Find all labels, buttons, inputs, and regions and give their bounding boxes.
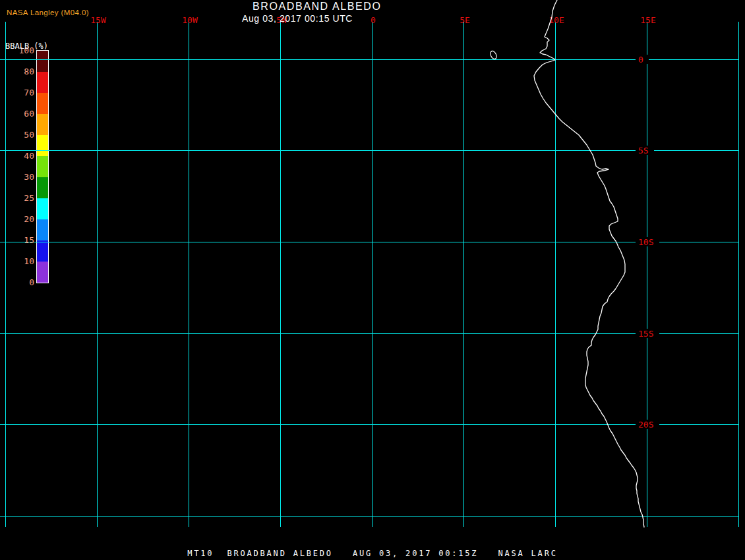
colorbar-tick-label: 20 xyxy=(24,214,34,224)
colorbar-tick-label: 30 xyxy=(24,172,34,182)
colorbar-segment xyxy=(37,72,48,93)
map-canvas: 15W10W5W05E10E15E05S10S15S20S10080706050… xyxy=(0,0,745,560)
colorbar-segment xyxy=(37,156,48,177)
longitude-label: 5E xyxy=(460,15,470,25)
latitude-label: 0 xyxy=(638,55,643,65)
colorbar-segment xyxy=(37,219,48,240)
latitude-label: 20S xyxy=(638,420,653,430)
longitude-label: 10W xyxy=(182,15,198,25)
albedo-map-screen: 15W10W5W05E10E15E05S10S15S20S10080706050… xyxy=(0,0,745,560)
colorbar-tick-label: 40 xyxy=(24,151,34,161)
colorbar-segment xyxy=(37,135,48,156)
latitude-label: 5S xyxy=(638,146,649,155)
latitude-label: 15S xyxy=(638,329,653,339)
footer-caption: MT10 BROADBAND ALBEDO AUG 03, 2017 00:15… xyxy=(0,549,745,558)
longitude-label: 15W xyxy=(90,15,106,25)
longitude-label: 15E xyxy=(640,15,655,25)
colorbar-segment xyxy=(37,114,48,135)
island-outline xyxy=(489,50,498,60)
colorbar-segment xyxy=(37,240,48,262)
page-title: BROADBAND ALBEDO xyxy=(253,1,381,13)
colorbar-segment xyxy=(37,198,48,219)
colorbar-segment xyxy=(37,177,48,198)
colorbar-tick-label: 15 xyxy=(24,235,34,245)
timestamp-label: Aug 03, 2017 00:15 UTC xyxy=(242,13,353,24)
colorbar-tick-label: 0 xyxy=(29,277,34,287)
colorbar-segment xyxy=(37,51,48,72)
colorbar-tick-label: 70 xyxy=(24,88,34,98)
nasa-credit-label: NASA Langley (M04.0) xyxy=(7,9,89,16)
colorbar-tick-label: 60 xyxy=(24,109,34,119)
colorbar-tick-label: 80 xyxy=(24,67,34,76)
colorbar-tick-label: 25 xyxy=(24,193,34,203)
colorbar-title: BBALB (%) xyxy=(5,42,48,51)
colorbar-tick-label: 50 xyxy=(24,130,34,140)
colorbar-segment xyxy=(37,93,48,114)
coastline-path xyxy=(534,0,644,527)
latitude-label: 10S xyxy=(638,237,653,247)
longitude-label: 0 xyxy=(371,15,376,25)
colorbar-segment xyxy=(37,262,48,283)
colorbar-tick-label: 10 xyxy=(24,256,34,266)
